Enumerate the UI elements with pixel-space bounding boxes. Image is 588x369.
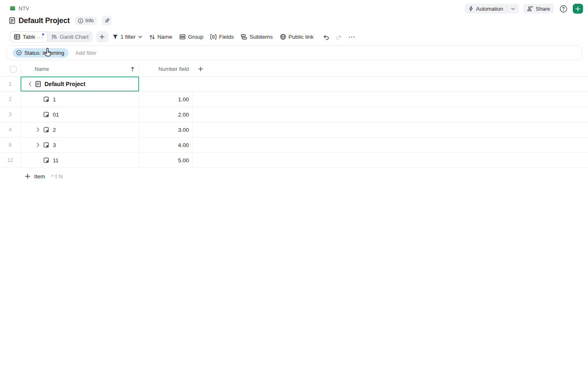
automation-button[interactable]: Automation (465, 4, 507, 14)
table-row[interactable]: 8 3 4.00 (0, 138, 588, 153)
column-header-name[interactable]: Name (21, 62, 139, 77)
funnel-icon (113, 34, 118, 40)
filter-chip-status[interactable]: Status: Incoming (13, 48, 68, 58)
app-window: NTV Automation Share (0, 0, 588, 369)
name-cell[interactable]: 01 (21, 107, 139, 122)
title-row: Default Project Info (9, 16, 112, 26)
plus-icon (25, 173, 31, 179)
undo-icon (323, 34, 329, 40)
public-link-button[interactable]: Public link (280, 34, 314, 40)
table-row[interactable]: 12 11 5.00 (0, 153, 588, 168)
share-button[interactable]: Share (523, 4, 554, 14)
fields-button[interactable]: Fields (210, 34, 234, 40)
subitems-button[interactable]: Subitems (241, 34, 273, 40)
number-value: 1.00 (178, 96, 189, 103)
chevron-left-icon[interactable] (27, 82, 33, 86)
chevron-down-icon (511, 7, 515, 10)
name-cell[interactable]: Default Project (21, 77, 139, 92)
tab-group: Table ··· Gantt Chart (10, 31, 93, 42)
row-name: 2 (53, 127, 56, 133)
empty-cell (193, 92, 588, 107)
task-icon (43, 112, 49, 117)
tab-table-label: Table (23, 34, 35, 40)
subitems-icon (241, 34, 247, 40)
table-row[interactable]: 2 1 1.00 (0, 92, 588, 107)
chevron-right-icon[interactable] (35, 142, 41, 147)
add-filter-button[interactable]: Add filter (75, 50, 96, 56)
column-header-number[interactable]: Number field (139, 62, 193, 77)
name-cell[interactable]: 1 (21, 92, 139, 107)
number-cell[interactable] (139, 77, 193, 92)
row-number: 4 (9, 127, 12, 133)
tab-gantt-chart[interactable]: Gantt Chart (47, 31, 93, 42)
view-toolbar: 1 filter Name Group Fields Subitems Publ… (113, 31, 355, 42)
subitems-label: Subitems (249, 34, 273, 40)
chevron-right-icon[interactable] (35, 127, 41, 132)
row-number: 8 (9, 142, 12, 148)
number-value: 3.00 (178, 127, 189, 133)
add-view-button[interactable] (96, 31, 108, 42)
help-button[interactable] (558, 4, 568, 14)
add-column-area (193, 62, 588, 77)
tab-table[interactable]: Table ··· (10, 31, 47, 42)
add-item-button[interactable]: Item ^⇧N (25, 171, 63, 182)
share-users-icon (527, 6, 533, 12)
row-gutter: 1 (0, 77, 21, 92)
pin-icon (104, 18, 110, 24)
empty-cell (193, 153, 588, 168)
name-cell[interactable]: 2 (21, 122, 139, 138)
number-cell[interactable]: 4.00 (139, 138, 193, 153)
task-icon (43, 142, 49, 148)
chevron-down-icon (138, 35, 142, 38)
table-row[interactable]: 4 2 3.00 (0, 122, 588, 138)
filter-bar: Status: Incoming Add filter (7, 45, 582, 60)
empty-cell (193, 122, 588, 138)
number-value: 5.00 (178, 157, 189, 163)
filter-chip-label: Status: Incoming (24, 50, 64, 56)
task-icon (43, 127, 49, 133)
row-number: 3 (9, 112, 12, 117)
group-button[interactable]: Group (179, 34, 204, 40)
name-cell[interactable]: 3 (21, 138, 139, 153)
toolbar-more-button[interactable]: ··· (348, 34, 355, 40)
task-icon (43, 96, 49, 102)
pin-button[interactable] (102, 16, 112, 26)
filter-button[interactable]: 1 filter (113, 34, 142, 40)
automation-dropdown-button[interactable] (507, 4, 519, 14)
row-name: Default Project (45, 81, 85, 87)
number-cell[interactable]: 2.00 (139, 107, 193, 122)
row-gutter: 8 (0, 138, 21, 153)
table-view-icon (14, 34, 20, 40)
sort-button[interactable]: Name (149, 34, 172, 40)
breadcrumb[interactable]: NTV (10, 5, 29, 12)
number-cell[interactable]: 1.00 (139, 92, 193, 107)
row-gutter: 4 (0, 122, 21, 138)
lightning-icon (468, 6, 474, 12)
row-name: 01 (53, 112, 59, 118)
number-cell[interactable]: 5.00 (139, 153, 193, 168)
table-row[interactable]: 1 Default Project (0, 77, 588, 92)
number-value: 2.00 (178, 112, 189, 118)
add-column-button[interactable] (198, 66, 203, 72)
select-all-checkbox[interactable] (10, 66, 16, 72)
redo-button[interactable] (336, 34, 342, 40)
create-new-button[interactable] (573, 4, 583, 14)
undo-button[interactable] (323, 34, 329, 40)
add-item-shortcut: ^⇧N (51, 173, 63, 180)
sort-asc-icon (130, 66, 135, 72)
row-gutter: 2 (0, 92, 21, 107)
info-icon (78, 18, 83, 23)
row-name: 3 (53, 142, 56, 148)
sort-arrows-icon (149, 34, 155, 40)
automation-split-button: Automation (465, 4, 519, 14)
number-cell[interactable]: 3.00 (139, 122, 193, 138)
globe-icon (280, 34, 286, 40)
page-title: Default Project (19, 16, 70, 25)
table-row[interactable]: 3 01 2.00 (0, 107, 588, 122)
name-cell[interactable]: 11 (21, 153, 139, 168)
table-body: 1 Default Project 2 (0, 77, 588, 168)
notification-dot (42, 33, 45, 36)
group-label: Group (188, 34, 204, 40)
info-badge[interactable]: Info (75, 16, 97, 25)
row-number: 1 (9, 81, 12, 87)
